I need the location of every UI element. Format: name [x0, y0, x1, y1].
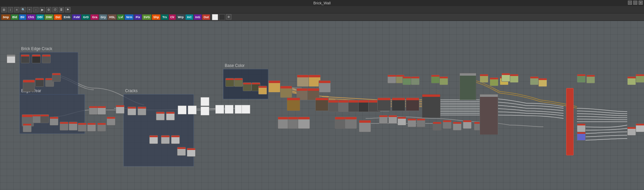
rsp-node-1[interactable]	[377, 98, 391, 111]
crack-node-7[interactable]	[166, 112, 175, 120]
frt-node-1[interactable]	[359, 120, 371, 132]
rs-node-1[interactable]	[480, 74, 488, 83]
ero-2[interactable]	[636, 74, 644, 83]
rcp-node-1[interactable]	[433, 122, 441, 130]
rsp-node-3[interactable]	[406, 98, 419, 111]
tag-gra[interactable]: Gra	[91, 14, 99, 20]
big-mix-2[interactable]	[315, 98, 329, 111]
tag-fxm[interactable]: FxM	[72, 14, 81, 20]
far-right-1[interactable]	[501, 73, 510, 82]
mr-node-1[interactable]	[379, 115, 388, 124]
maximize-button[interactable]: □	[633, 1, 637, 5]
tag-clr[interactable]: Clr	[169, 14, 176, 20]
white-node-btn[interactable]	[212, 14, 218, 20]
tag-blr[interactable]: Blr	[19, 14, 26, 20]
mid-node-3[interactable]	[60, 122, 68, 130]
blend-block-1[interactable]	[460, 73, 476, 100]
mid-node-7[interactable]	[97, 123, 106, 131]
bc-node-5[interactable]	[258, 86, 267, 94]
tool-list[interactable]: ≣	[59, 7, 64, 12]
tool-menu[interactable]: ≡	[14, 7, 19, 12]
tag-nrm[interactable]: Nrm	[125, 14, 133, 20]
node-a1[interactable]	[21, 54, 30, 63]
white-connector-6[interactable]	[225, 105, 233, 114]
window-controls[interactable]: ─ □ ✕	[628, 1, 643, 5]
ero-3[interactable]	[627, 127, 636, 136]
bec-node-4[interactable]	[52, 73, 61, 82]
mid-node-2[interactable]	[97, 106, 106, 115]
mid-node-8[interactable]	[107, 117, 115, 125]
rcp-node-4[interactable]	[463, 120, 472, 129]
frc-node-4[interactable]	[411, 76, 420, 85]
tool-zoom-in[interactable]: +	[27, 7, 32, 12]
fr-node-2[interactable]	[345, 117, 357, 129]
tag-gry[interactable]: Gry	[99, 14, 107, 20]
bc-node-2[interactable]	[234, 78, 243, 87]
dark-node-btn[interactable]	[219, 14, 225, 20]
tag-wrp[interactable]: Wrp	[176, 14, 185, 20]
big-mix-1[interactable]	[287, 98, 300, 111]
white-connector-4[interactable]	[201, 107, 209, 115]
rcp-node-2[interactable]	[443, 120, 451, 129]
frc-node-3[interactable]	[402, 76, 411, 85]
minimize-button[interactable]: ─	[628, 1, 632, 5]
mid-node-1[interactable]	[89, 106, 98, 115]
mr-node-3[interactable]	[397, 117, 406, 125]
vfrc-1[interactable]	[577, 74, 586, 83]
tag-inc[interactable]: InC	[185, 14, 193, 20]
crack-node-2[interactable]	[138, 107, 146, 115]
tag-trs[interactable]: Trs	[161, 14, 168, 20]
noise-node-3[interactable]	[298, 117, 310, 129]
tag-grd[interactable]: GrD	[82, 14, 90, 20]
tex-node-1[interactable]	[297, 75, 309, 87]
crack-node-9[interactable]	[187, 148, 196, 157]
tool-timer[interactable]: ⏱	[52, 7, 58, 12]
tool-play[interactable]: ▶	[40, 7, 45, 12]
tag-hsl[interactable]: HSL	[108, 14, 116, 20]
ew-node-3[interactable]	[40, 114, 49, 123]
vfrc-4[interactable]	[577, 132, 586, 141]
vfrc-3[interactable]	[577, 123, 586, 132]
crack-node-8[interactable]	[177, 147, 186, 156]
tag-emb[interactable]: Emb	[62, 14, 72, 20]
rsp-node-2[interactable]	[392, 98, 405, 111]
close-button[interactable]: ✕	[639, 1, 643, 5]
mr-node-5[interactable]	[417, 118, 425, 127]
crack-node-4[interactable]	[161, 135, 170, 144]
node-a3[interactable]	[42, 54, 51, 63]
input-node-1[interactable]	[7, 54, 15, 63]
far-right-2[interactable]	[510, 74, 519, 83]
node-a2[interactable]	[32, 54, 41, 63]
crack-node-3[interactable]	[149, 135, 158, 144]
white-connector-3[interactable]	[201, 97, 209, 106]
white-connector-8[interactable]	[241, 105, 250, 114]
tag-shp[interactable]: Shp	[152, 14, 160, 20]
white-connector-1[interactable]	[178, 106, 186, 114]
white-connector-5[interactable]	[215, 105, 224, 114]
tag-svg[interactable]: SVG	[142, 14, 151, 20]
tag-out[interactable]: Out	[202, 14, 210, 20]
ew-node-5[interactable]	[23, 123, 32, 132]
tag-dwr[interactable]: DWr	[45, 14, 53, 20]
mid-node-5[interactable]	[78, 123, 87, 131]
vfrc-2[interactable]	[586, 75, 595, 83]
ero-4[interactable]	[636, 123, 644, 132]
mix-node-1[interactable]	[268, 80, 280, 92]
tool-settings[interactable]: ⚙	[46, 7, 51, 12]
tag-dbl[interactable]: DBl	[36, 14, 44, 20]
canvas-area[interactable]: Brick Edge Crack Edge Wear Cracks Base C…	[0, 21, 644, 190]
mid-node-9[interactable]	[116, 105, 124, 114]
white-connector-2[interactable]	[188, 106, 197, 114]
output-blend-node[interactable]	[480, 94, 498, 135]
bec-node-2[interactable]	[35, 78, 44, 87]
bc-node-1[interactable]	[225, 78, 234, 87]
extra-btn[interactable]: ⊕	[226, 14, 231, 20]
fr-cluster-2[interactable]	[538, 78, 547, 87]
vfr-node-1[interactable]	[431, 75, 440, 83]
mr-node-2[interactable]	[388, 115, 397, 124]
bc-node-3[interactable]	[243, 82, 252, 91]
vfr-node-2[interactable]	[439, 76, 448, 85]
fr-cluster-1[interactable]	[530, 76, 539, 85]
tex-node-3[interactable]	[319, 80, 331, 92]
ero-1[interactable]	[627, 76, 636, 85]
